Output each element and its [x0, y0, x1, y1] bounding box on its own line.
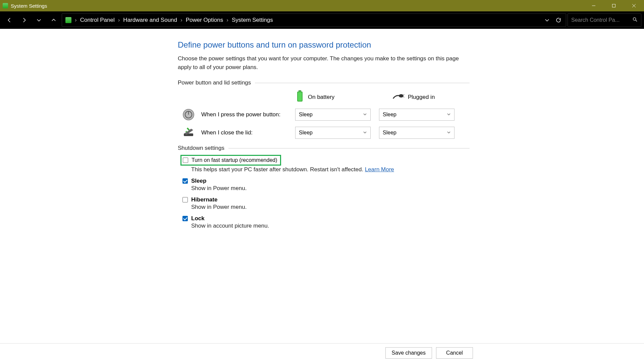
svg-point-4 — [633, 18, 636, 20]
cancel-button[interactable]: Cancel — [436, 347, 473, 359]
chevron-down-icon — [363, 130, 367, 136]
maximize-button[interactable] — [604, 0, 624, 11]
learn-more-link[interactable]: Learn More — [365, 166, 394, 173]
save-button[interactable]: Save changes — [385, 347, 432, 359]
row-label: When I press the power button: — [201, 111, 295, 118]
close-lid-icon — [182, 127, 195, 139]
checkbox-hibernate[interactable] — [182, 197, 188, 202]
section-power-button-lid: Power button and lid settings — [178, 79, 470, 86]
section-label: Power button and lid settings — [178, 79, 251, 86]
row-power-button: When I press the power button: Sleep Sle… — [178, 109, 470, 121]
search-placeholder: Search Control Pa... — [571, 17, 632, 23]
back-button[interactable] — [3, 13, 16, 27]
up-button[interactable] — [47, 13, 60, 27]
highlight-fast-startup: Turn on fast startup (recommended) — [180, 155, 281, 166]
dropdown-value: Sleep — [383, 112, 396, 118]
shutdown-item-sleep: Sleep Show in Power menu. — [182, 178, 470, 192]
dropdown-power-button-battery[interactable]: Sleep — [295, 109, 371, 121]
dropdown-value: Sleep — [299, 112, 313, 118]
svg-rect-8 — [298, 92, 302, 101]
checkbox-fast-startup[interactable] — [183, 158, 188, 163]
shutdown-item-fast-startup: Turn on fast startup (recommended) This … — [182, 155, 470, 173]
column-label: Plugged in — [408, 94, 435, 101]
refresh-button[interactable] — [554, 13, 562, 27]
item-description: This helps start your PC faster after sh… — [191, 166, 470, 173]
breadcrumb-power-options[interactable]: Power Options — [186, 17, 223, 23]
item-description: Show in Power menu. — [191, 185, 470, 192]
item-description: Show in account picture menu. — [191, 223, 470, 229]
checkbox-label[interactable]: Hibernate — [191, 196, 217, 203]
breadcrumb-sep: › — [75, 17, 77, 23]
svg-line-5 — [636, 20, 637, 21]
title-bar: System Settings — [0, 0, 644, 11]
minimize-button[interactable] — [584, 0, 604, 11]
recent-locations-button[interactable] — [32, 13, 46, 27]
row-label: When I close the lid: — [201, 129, 295, 136]
checkbox-label[interactable]: Lock — [191, 215, 205, 222]
checkbox-label[interactable]: Turn on fast startup (recommended) — [192, 157, 277, 163]
dropdown-value: Sleep — [299, 130, 313, 136]
battery-icon — [295, 89, 305, 105]
dropdown-close-lid-battery[interactable]: Sleep — [295, 127, 371, 139]
chevron-down-icon — [447, 130, 451, 136]
checkbox-label[interactable]: Sleep — [191, 178, 206, 184]
forward-button[interactable] — [17, 13, 31, 27]
dropdown-power-button-plugged[interactable]: Sleep — [379, 109, 454, 121]
checkbox-lock[interactable] — [182, 216, 188, 221]
breadcrumb-sep: › — [226, 17, 228, 23]
breadcrumb-hardware-sound[interactable]: Hardware and Sound — [123, 17, 177, 23]
address-dropdown-button[interactable] — [543, 13, 551, 27]
power-button-icon — [182, 109, 195, 121]
row-close-lid: When I close the lid: Sleep Sleep — [178, 127, 470, 139]
item-description: Show in Power menu. — [191, 204, 470, 210]
chevron-down-icon — [363, 112, 367, 118]
app-icon — [3, 3, 8, 8]
footer: Save changes Cancel — [0, 343, 644, 362]
nav-bar: › Control Panel › Hardware and Sound › P… — [0, 11, 644, 29]
content-area: Define power buttons and turn on passwor… — [0, 29, 644, 362]
column-label: On battery — [308, 94, 334, 101]
dropdown-value: Sleep — [383, 130, 396, 136]
column-on-battery: On battery — [295, 89, 372, 105]
breadcrumb-sep: › — [180, 17, 182, 23]
breadcrumb-control-panel[interactable]: Control Panel — [80, 17, 115, 23]
search-input[interactable]: Search Control Pa... — [568, 13, 641, 27]
dropdown-close-lid-plugged[interactable]: Sleep — [379, 127, 454, 139]
svg-rect-6 — [299, 90, 301, 92]
section-shutdown-settings: Shutdown settings — [178, 145, 470, 152]
shutdown-item-hibernate: Hibernate Show in Power menu. — [182, 196, 470, 210]
search-icon — [632, 17, 638, 23]
window-title: System Settings — [11, 3, 47, 9]
page-description: Choose the power settings that you want … — [178, 54, 470, 71]
svg-rect-1 — [612, 4, 615, 7]
control-panel-icon — [65, 17, 71, 23]
section-label: Shutdown settings — [178, 145, 224, 152]
checkbox-sleep[interactable] — [182, 178, 188, 184]
breadcrumb-system-settings[interactable]: System Settings — [232, 17, 273, 23]
close-button[interactable] — [624, 0, 644, 11]
shutdown-item-lock: Lock Show in account picture menu. — [182, 215, 470, 229]
plug-icon — [392, 93, 405, 102]
address-bar[interactable]: › Control Panel › Hardware and Sound › P… — [62, 13, 566, 27]
page-title: Define power buttons and turn on passwor… — [178, 40, 470, 50]
column-plugged-in: Plugged in — [392, 93, 470, 102]
svg-line-10 — [403, 95, 405, 95]
breadcrumb-sep: › — [118, 17, 120, 23]
chevron-down-icon — [447, 112, 451, 118]
svg-line-11 — [403, 97, 405, 97]
